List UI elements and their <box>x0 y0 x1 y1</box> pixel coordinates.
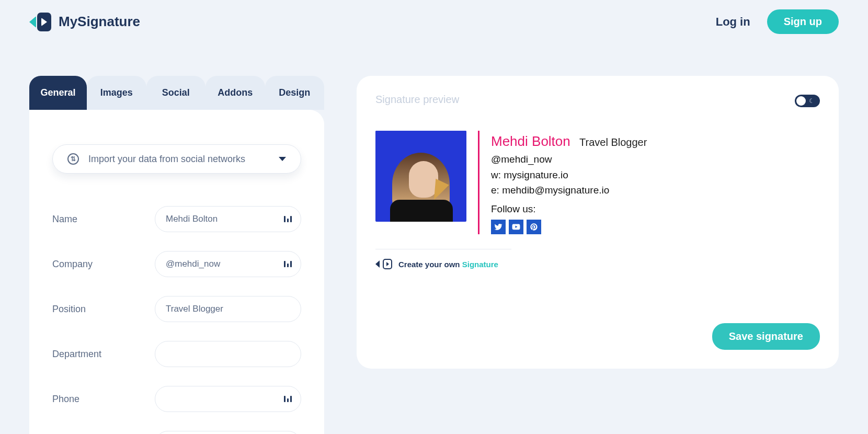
field-action-icon[interactable] <box>284 261 292 267</box>
twitter-icon[interactable] <box>491 220 506 234</box>
department-field[interactable] <box>155 341 301 367</box>
field-action-icon[interactable] <box>284 396 292 402</box>
mini-chevron-icon <box>375 260 380 268</box>
field-action-icon[interactable] <box>284 216 292 222</box>
preview-panel: Signature preview ☾ Mehdi Bolton Travel … <box>357 76 839 369</box>
divider-vertical <box>478 131 479 234</box>
sig-position: Travel Blogger <box>579 136 647 148</box>
brand-name: MySignature <box>59 14 140 30</box>
moon-icon: ☾ <box>809 97 815 105</box>
youtube-icon[interactable] <box>509 220 523 234</box>
row-department: Department <box>52 341 301 367</box>
editor-form-panel: ⇅ Import your data from social networks … <box>29 110 324 434</box>
sig-email: e: mehdib@mysignature.io <box>491 182 647 198</box>
header: MySignature Log in Sign up <box>0 0 868 34</box>
preview-divider <box>375 249 511 249</box>
tabs: General Images Social Addons Design <box>29 76 324 110</box>
tab-addons[interactable]: Addons <box>205 76 265 110</box>
signature-text: Mehdi Bolton Travel Blogger @mehdi_now w… <box>491 131 647 234</box>
sig-website: w: mysignature.io <box>491 167 647 182</box>
header-actions: Log in Sign up <box>716 9 839 34</box>
row-position: Position <box>52 296 301 322</box>
name-field[interactable] <box>155 206 301 232</box>
tab-general[interactable]: General <box>29 76 87 110</box>
import-label: Import your data from social networks <box>88 154 245 165</box>
signature-preview: Mehdi Bolton Travel Blogger @mehdi_now w… <box>375 131 820 234</box>
sig-follow-label: Follow us: <box>491 201 647 216</box>
logo[interactable]: MySignature <box>29 12 140 32</box>
login-link[interactable]: Log in <box>716 15 750 29</box>
label-company: Company <box>52 259 142 270</box>
signup-button[interactable]: Sign up <box>767 9 839 34</box>
mini-logo-icon <box>383 259 392 269</box>
tab-design[interactable]: Design <box>265 76 325 110</box>
phone-field[interactable] <box>155 386 301 412</box>
sig-name: Mehdi Bolton <box>491 133 570 149</box>
save-signature-button[interactable]: Save signature <box>712 323 820 350</box>
row-mobile: Mobile <box>52 431 301 434</box>
main: General Images Social Addons Design ⇅ Im… <box>0 76 868 434</box>
label-department: Department <box>52 349 142 360</box>
dark-mode-toggle[interactable]: ☾ <box>795 95 820 107</box>
pinterest-icon[interactable] <box>527 220 541 234</box>
label-name: Name <box>52 214 142 225</box>
editor-panel: General Images Social Addons Design ⇅ Im… <box>29 76 324 434</box>
chevron-down-icon <box>279 157 286 161</box>
form: Name Company Position <box>52 206 301 434</box>
toggle-knob <box>796 96 806 106</box>
import-icon: ⇅ <box>67 153 79 165</box>
mobile-field[interactable] <box>155 431 301 434</box>
sig-socials <box>491 220 647 234</box>
row-name: Name <box>52 206 301 232</box>
position-field[interactable] <box>155 296 301 322</box>
label-phone: Phone <box>52 394 142 405</box>
sig-handle: @mehdi_now <box>491 152 647 167</box>
label-position: Position <box>52 304 142 315</box>
preview-title: Signature preview <box>375 94 820 106</box>
create-own-text: Create your own Signature <box>398 260 498 269</box>
logo-icon <box>29 12 51 32</box>
tab-images[interactable]: Images <box>87 76 146 110</box>
import-dropdown[interactable]: ⇅ Import your data from social networks <box>52 144 301 174</box>
company-field[interactable] <box>155 251 301 277</box>
create-own-link[interactable]: Create your own Signature <box>375 259 820 269</box>
row-company: Company <box>52 251 301 277</box>
row-phone: Phone <box>52 386 301 412</box>
tab-social[interactable]: Social <box>146 76 206 110</box>
avatar <box>375 131 466 222</box>
